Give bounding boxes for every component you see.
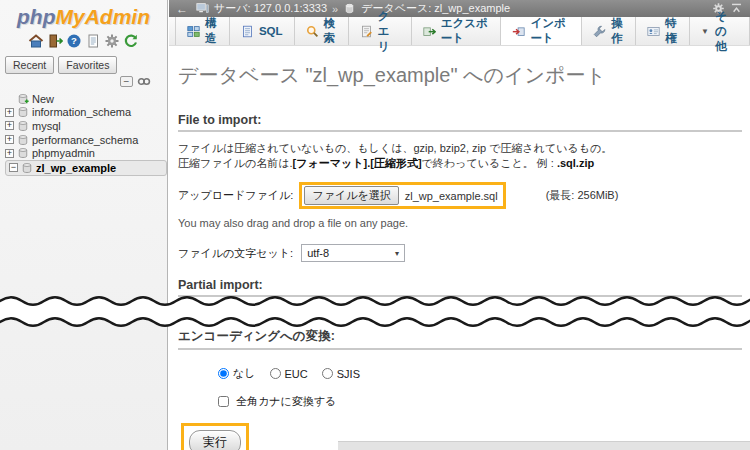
collapse-minus-icon[interactable]: − [9,163,18,172]
tree-item-label: performance_schema [32,134,138,146]
import-page-content: データベース "zl_wp_example" へのインポート File to i… [169,46,750,450]
expand-plus-icon[interactable]: + [5,121,14,130]
expand-plus-icon[interactable]: + [5,108,14,117]
documentation-icon[interactable] [85,33,101,49]
privileges-icon [647,25,660,38]
encoding-radio-none[interactable] [218,368,229,379]
submit-highlight-box: 実行 [181,423,249,450]
kana-convert-checkbox[interactable] [218,396,229,407]
execute-button[interactable]: 実行 [189,430,241,450]
option-label: EUC [285,368,308,380]
new-database-icon [17,93,29,105]
svg-text:?: ? [71,35,77,46]
structure-icon [187,25,200,38]
tree-item-label: New [32,93,54,105]
server-icon [196,2,209,15]
settings-gear-icon[interactable] [104,33,120,49]
tree-item-new[interactable]: New [5,92,167,106]
tab-operations[interactable]: 操作 [582,17,636,45]
tab-search[interactable]: 検索 [295,17,349,45]
tab-label: 検索 [324,16,337,46]
logo-myadmin-text: MyAdmin [55,5,150,28]
allow-interrupt-checkbox[interactable] [180,303,191,314]
tab-label: エクスポート [441,16,490,46]
note-format-bold: [フォーマット].[圧縮形式] [293,157,422,169]
tab-label: インポート [530,16,570,46]
charset-select[interactable]: utf-8 ▾ [301,244,405,262]
home-icon[interactable] [28,33,44,49]
link-panel-icon[interactable] [137,76,151,87]
choose-file-button[interactable]: ファイルを選択 [304,186,398,205]
encoding-option-euc[interactable]: EUC [270,368,308,380]
tree-item-zl-wp-example[interactable]: − zl_wp_example [5,160,167,176]
encoding-radio-euc[interactable] [270,368,281,379]
page-title: データベース "zl_wp_example" へのインポート [178,62,742,89]
import-icon [512,25,525,38]
breadcrumb-separator: » [332,3,338,15]
query-icon [360,25,373,38]
footer-strip [338,441,750,450]
phpmyadmin-window: phpMyAdmin ? Recent Favorites − New + [0,0,750,450]
partial-import-heading: Partial import: [178,278,742,297]
option-label: SJIS [337,368,360,380]
encoding-option-none[interactable]: なし [218,366,256,381]
tree-item-label: zl_wp_example [36,162,116,174]
tab-export[interactable]: エクスポート [412,17,502,45]
compression-note-line2: 圧縮ファイルの名前は.[フォーマット].[圧縮形式]で終わっていること。 例 :… [178,156,742,171]
breadcrumb-bar: ← サーバ: 127.0.0.1:3333 » データベース: zl_wp_ex… [169,0,750,17]
back-arrow-icon[interactable]: ← [176,2,188,16]
database-icon [17,134,29,146]
recent-button[interactable]: Recent [5,56,54,74]
tab-label: 特権 [665,16,678,46]
note-suffix: で終わっていること。 例 : [422,157,557,169]
tab-structure[interactable]: 構造 [175,17,230,45]
upload-file-row: アップロードファイル: ファイルを選択 zl_wp_example.sql (最… [178,182,742,209]
tab-privileges[interactable]: 特権 [636,17,690,45]
allow-interrupt-row: Allow the interruption of an import in c… [178,302,742,314]
favorites-button[interactable]: Favorites [58,56,117,74]
navigation-sidebar: phpMyAdmin ? Recent Favorites − New + [0,0,168,450]
compression-note-line1: ファイルは圧縮されていないもの、もしくは、gzip, bzip2, zip で圧… [178,141,742,156]
charset-selected-value: utf-8 [307,247,329,259]
database-icon [17,147,29,159]
note-example-bold: .sql.zip [557,157,594,169]
file-input-highlight-box: ファイルを選択 zl_wp_example.sql [299,182,505,209]
refresh-icon[interactable] [123,33,139,49]
help-icon[interactable]: ? [66,33,82,49]
phpmyadmin-logo[interactable]: phpMyAdmin [0,5,167,29]
database-icon [17,106,29,118]
upload-file-label: アップロードファイル: [178,188,293,203]
encoding-heading: エンコーディングへの変換: [178,328,742,350]
allow-interrupt-note: (This might be a [637,302,713,314]
tree-corner [5,94,14,103]
wrench-icon [593,25,606,38]
tab-label: クエリ [378,9,400,54]
collapse-all-icon[interactable]: − [120,76,133,87]
charset-row: ファイルの文字セット: utf-8 ▾ [178,244,742,262]
tab-sql[interactable]: SQL [230,17,295,45]
tab-more[interactable]: ▼ その他 [690,17,750,45]
database-icon [21,162,33,174]
tree-item-information-schema[interactable]: + information_schema [5,106,167,120]
file-to-import-heading: File to import: [178,113,742,132]
expand-plus-icon[interactable]: + [5,135,14,144]
selected-file-name: zl_wp_example.sql [405,190,498,202]
encoding-radio-sjis[interactable] [322,368,333,379]
tab-query[interactable]: クエリ [349,17,412,45]
option-label: なし [233,366,256,381]
database-small-icon [343,2,356,15]
encoding-option-sjis[interactable]: SJIS [322,368,360,380]
tree-item-phpmyadmin[interactable]: + phpmyadmin [5,146,167,160]
breadcrumb-server[interactable]: サーバ: 127.0.0.1:3333 [214,1,327,16]
tab-bar: 構造 SQL 検索 クエリ エクスポート インポート [169,17,750,46]
tab-import[interactable]: インポート [501,17,582,45]
expand-plus-icon[interactable]: + [5,149,14,158]
logo-php-text: php [17,5,55,28]
database-icon [17,120,29,132]
tree-item-performance-schema[interactable]: + performance_schema [5,133,167,147]
main-panel: ← サーバ: 127.0.0.1:3333 » データベース: zl_wp_ex… [169,0,750,450]
logout-icon[interactable] [47,33,63,49]
tree-toolbar: − [120,76,151,87]
sql-icon [241,25,254,38]
tree-item-mysql[interactable]: + mysql [5,119,167,133]
